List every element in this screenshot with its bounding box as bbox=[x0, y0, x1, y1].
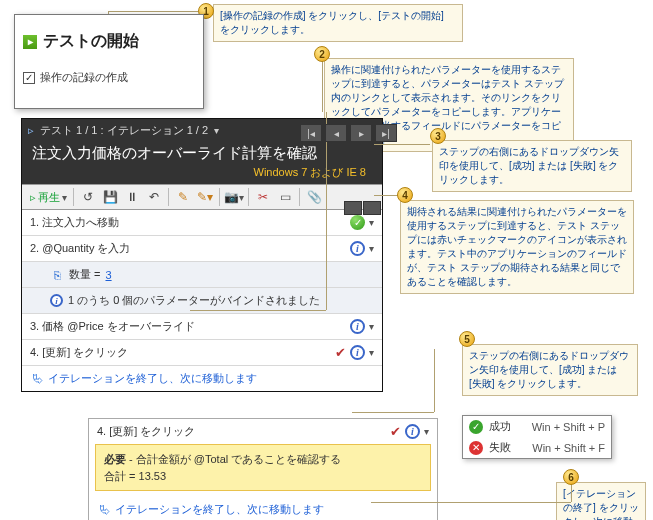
expected-result-icon: ✔ bbox=[390, 424, 401, 439]
step-text: 注文入力へ移動 bbox=[42, 216, 119, 228]
step-row[interactable]: 1. 注文入力へ移動 ✓▾ bbox=[22, 210, 382, 236]
pass-icon: ✓ bbox=[469, 420, 483, 434]
step-row[interactable]: 3. 価格 @Price をオーバーライド i▾ bbox=[22, 314, 382, 340]
param-copy-icon[interactable]: ⎘ bbox=[50, 268, 64, 282]
step-text: 価格 @Price をオーバーライド bbox=[42, 320, 194, 332]
end-iteration-label: イテレーションを終了し、次に移動します bbox=[48, 371, 257, 386]
bug-icon[interactable]: ✎▾ bbox=[195, 187, 215, 207]
runner-env: Windows 7 および IE 8 bbox=[22, 163, 382, 184]
runner-toolbar: ▹ 再生 ▾ ↺ 💾 ⏸ ↶ ✎ ✎▾ 📷▾ ✂ ▭ 📎 bbox=[22, 184, 382, 210]
status-dropdown-icon[interactable]: ▾ bbox=[424, 426, 429, 437]
step-num: 3. bbox=[30, 320, 39, 332]
pass-fail-menu: ✓ 成功 Win + Shift + P ✕ 失敗 Win + Shift + … bbox=[462, 415, 612, 459]
play-label: 再生 bbox=[38, 190, 60, 205]
runner-icon: ▹ bbox=[28, 124, 34, 137]
min-icon[interactable] bbox=[344, 201, 362, 215]
step-num: 1. bbox=[30, 216, 39, 228]
step-detail-panel: 4. [更新] をクリック ✔ i ▾ 必要 - 合計金額が @Total であ… bbox=[88, 418, 438, 520]
detail-end-iteration-link[interactable]: ⮱ イテレーションを終了し、次に移動します bbox=[89, 497, 437, 520]
callout-4-num: 4 bbox=[397, 187, 413, 203]
param-label: 数量 = bbox=[69, 267, 100, 282]
reset-icon[interactable]: ↺ bbox=[78, 187, 98, 207]
info-icon: i bbox=[50, 294, 63, 307]
nav-next-icon[interactable]: ▸ bbox=[350, 124, 372, 142]
end-iteration-link[interactable]: ⮱ イテレーションを終了し、次に移動します bbox=[22, 366, 382, 391]
test-runner-window: ▹ テスト 1 / 1 : イテレーション 1 / 2 ▾ 注文入力価格のオーバ… bbox=[21, 118, 383, 392]
play-button[interactable]: ▹ 再生 ▾ bbox=[30, 190, 67, 205]
start-test-panel: ▸ テストの開始 ✓ 操作の記録の作成 bbox=[14, 14, 204, 109]
attach-icon[interactable]: 📎 bbox=[304, 187, 324, 207]
undo-icon[interactable]: ↶ bbox=[144, 187, 164, 207]
pass-shortcut: Win + Shift + P bbox=[532, 421, 605, 433]
start-test-button[interactable]: ▸ テストの開始 bbox=[23, 31, 195, 52]
pass-menu-item[interactable]: ✓ 成功 Win + Shift + P bbox=[463, 416, 611, 437]
cut-icon[interactable]: ✂ bbox=[253, 187, 273, 207]
camera-icon[interactable]: 📷▾ bbox=[224, 187, 244, 207]
step-row[interactable]: 2. @Quantity を入力 i▾ bbox=[22, 236, 382, 262]
pass-label: 成功 bbox=[489, 419, 511, 434]
create-recording-checkbox[interactable]: ✓ 操作の記録の作成 bbox=[23, 70, 195, 85]
runner-location: テスト 1 / 1 : イテレーション 1 / 2 bbox=[40, 123, 208, 138]
must-label: 必要 bbox=[104, 453, 126, 465]
detail-end-iteration-label: イテレーションを終了し、次に移動します bbox=[115, 502, 324, 517]
callout-3: ステップの右側にあるドロップダウン矢印を使用して、[成功] または [失敗] を… bbox=[432, 140, 632, 192]
callout-1: [操作の記録の作成] をクリックし、[テストの開始] をクリックします。 bbox=[213, 4, 463, 42]
step-text: [更新] をクリック bbox=[42, 346, 128, 358]
callout-5: ステップの右側にあるドロップダウン矢印を使用して、[成功] または [失敗] を… bbox=[462, 344, 638, 396]
max-icon[interactable] bbox=[363, 201, 381, 215]
status-active-icon[interactable]: i bbox=[405, 424, 420, 439]
fail-shortcut: Win + Shift + F bbox=[532, 442, 605, 454]
expected-result-body: 必要 - 合計金額が @Total であることを確認する 合計 = 13.53 bbox=[95, 444, 431, 491]
status-dropdown-icon[interactable]: ▾ bbox=[369, 321, 374, 332]
callout-6: [イテレーションの終了] をクリックし、次に移動します bbox=[556, 482, 646, 520]
status-pass-icon[interactable]: ✓ bbox=[350, 215, 365, 230]
status-dropdown-icon[interactable]: ▾ bbox=[369, 217, 374, 228]
create-recording-label: 操作の記録の作成 bbox=[40, 70, 128, 85]
status-active-icon[interactable]: i bbox=[350, 241, 365, 256]
status-active-icon[interactable]: i bbox=[350, 319, 365, 334]
step-row[interactable]: 4. [更新] をクリック ✔i▾ bbox=[22, 340, 382, 366]
param-bind-info: 1 のうち 0 個のパラメーターがバインドされました bbox=[68, 293, 320, 308]
step-num: 4. bbox=[30, 346, 39, 358]
copy-icon[interactable]: ▭ bbox=[275, 187, 295, 207]
step-list: 1. 注文入力へ移動 ✓▾ 2. @Quantity を入力 i▾ ⎘ 数量 =… bbox=[22, 210, 382, 391]
comment-icon[interactable]: ✎ bbox=[173, 187, 193, 207]
expected-result-icon: ✔ bbox=[335, 345, 346, 360]
fail-menu-item[interactable]: ✕ 失敗 Win + Shift + F bbox=[463, 437, 611, 458]
nav-last-icon[interactable]: ▸| bbox=[375, 124, 397, 142]
callout-4: 期待される結果に関連付けられたパラメーターを使用するステップに到達すると、テスト… bbox=[400, 200, 634, 294]
step-num: 2. bbox=[30, 242, 39, 254]
status-active-icon[interactable]: i bbox=[350, 345, 365, 360]
detail-title: 4. [更新] をクリック bbox=[97, 424, 195, 439]
save-icon[interactable]: 💾 bbox=[100, 187, 120, 207]
start-test-label: テストの開始 bbox=[43, 31, 139, 52]
status-dropdown-icon[interactable]: ▾ bbox=[369, 347, 374, 358]
expected-total: 合計 = 13.53 bbox=[104, 468, 422, 485]
must-text: - 合計金額が @Total であることを確認する bbox=[126, 453, 341, 465]
runner-title: 注文入力価格のオーバーライド計算を確認 bbox=[22, 142, 382, 163]
fail-icon: ✕ bbox=[469, 441, 483, 455]
checkbox-icon: ✓ bbox=[23, 72, 35, 84]
play-arrow-icon: ▸ bbox=[23, 35, 37, 49]
runner-dropdown-icon[interactable]: ▾ bbox=[214, 125, 219, 136]
step-param-row: ⎘ 数量 = 3 bbox=[22, 262, 382, 288]
pause-icon[interactable]: ⏸ bbox=[122, 187, 142, 207]
nav-first-icon[interactable]: |◂ bbox=[300, 124, 322, 142]
callout-2-num: 2 bbox=[314, 46, 330, 62]
nav-prev-icon[interactable]: ◂ bbox=[325, 124, 347, 142]
fail-label: 失敗 bbox=[489, 440, 511, 455]
step-text: @Quantity を入力 bbox=[42, 242, 130, 254]
end-iteration-icon: ⮱ bbox=[32, 373, 43, 385]
param-value-link[interactable]: 3 bbox=[105, 269, 111, 281]
status-dropdown-icon[interactable]: ▾ bbox=[369, 243, 374, 254]
callout-3-num: 3 bbox=[430, 128, 446, 144]
end-iteration-icon: ⮱ bbox=[99, 504, 110, 516]
callout-5-num: 5 bbox=[459, 331, 475, 347]
callout-6-num: 6 bbox=[563, 469, 579, 485]
